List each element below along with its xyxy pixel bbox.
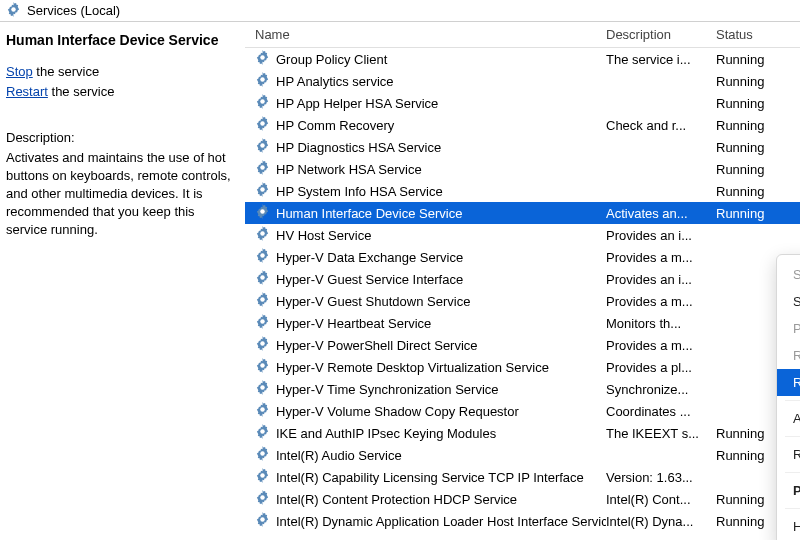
service-name-cell: Hyper-V Data Exchange Service (255, 248, 606, 266)
gear-icon (255, 94, 270, 112)
service-status: Running (716, 184, 796, 199)
gear-icon (255, 424, 270, 442)
table-row[interactable]: Hyper-V Guest Shutdown ServiceProvides a… (245, 290, 800, 312)
table-row[interactable]: Hyper-V Volume Shadow Copy RequestorCoor… (245, 400, 800, 422)
column-headers: Name Description Status (245, 22, 800, 48)
table-row[interactable]: Hyper-V Heartbeat ServiceMonitors th... (245, 312, 800, 334)
service-desc: The service i... (606, 52, 716, 67)
service-name-cell: Hyper-V PowerShell Direct Service (255, 336, 606, 354)
service-desc: Synchronize... (606, 382, 716, 397)
service-name-cell: Intel(R) Dynamic Application Loader Host… (255, 512, 606, 530)
service-name: HP Analytics service (276, 74, 394, 89)
table-row[interactable]: HV Host ServiceProvides an i... (245, 224, 800, 246)
table-row[interactable]: HP Comm RecoveryCheck and r...Running (245, 114, 800, 136)
table-row[interactable]: Intel(R) Content Protection HDCP Service… (245, 488, 800, 510)
menu-all-tasks[interactable]: All Tasks▶ (777, 405, 800, 432)
restart-link[interactable]: Restart (6, 84, 48, 99)
service-name: HP System Info HSA Service (276, 184, 443, 199)
table-row[interactable]: Group Policy ClientThe service i...Runni… (245, 48, 800, 70)
service-name-cell: Human Interface Device Service (255, 204, 606, 222)
col-description[interactable]: Description (606, 27, 716, 42)
service-status: Running (716, 96, 796, 111)
restart-tail: the service (48, 84, 114, 99)
gear-icon (255, 50, 270, 68)
service-status: Running (716, 140, 796, 155)
service-name-cell: HP Diagnostics HSA Service (255, 138, 606, 156)
table-row[interactable]: HP Network HSA ServiceRunning (245, 158, 800, 180)
col-name[interactable]: Name (255, 27, 606, 42)
gear-icon (255, 116, 270, 134)
gear-icon (255, 490, 270, 508)
table-row[interactable]: Hyper-V PowerShell Direct ServiceProvide… (245, 334, 800, 356)
table-row[interactable]: Human Interface Device ServiceActivates … (245, 202, 800, 224)
gear-icon (255, 226, 270, 244)
service-name-cell: HP Analytics service (255, 72, 606, 90)
gear-icon (255, 248, 270, 266)
gear-icon (255, 358, 270, 376)
description-label: Description: (6, 130, 235, 145)
service-name-cell: HP System Info HSA Service (255, 182, 606, 200)
service-name-cell: Hyper-V Guest Shutdown Service (255, 292, 606, 310)
table-row[interactable]: HP Diagnostics HSA ServiceRunning (245, 136, 800, 158)
stop-link[interactable]: Stop (6, 64, 33, 79)
service-name: HP Comm Recovery (276, 118, 394, 133)
table-row[interactable]: Intel(R) Audio ServiceRunning (245, 444, 800, 466)
service-name: Intel(R) Dynamic Application Loader Host… (276, 514, 606, 529)
menu-restart[interactable]: Restart (777, 369, 800, 396)
table-row[interactable]: IKE and AuthIP IPsec Keying ModulesThe I… (245, 422, 800, 444)
table-row[interactable]: HP Analytics serviceRunning (245, 70, 800, 92)
gear-icon (255, 160, 270, 178)
service-desc: Check and r... (606, 118, 716, 133)
table-row[interactable]: Intel(R) Capability Licensing Service TC… (245, 466, 800, 488)
service-name: IKE and AuthIP IPsec Keying Modules (276, 426, 496, 441)
menu-help[interactable]: Help (777, 513, 800, 540)
gear-icon (255, 468, 270, 486)
service-name: Hyper-V Guest Shutdown Service (276, 294, 470, 309)
col-status[interactable]: Status (716, 27, 796, 42)
context-menu: Start Stop Pause Resume Restart All Task… (776, 254, 800, 540)
titlebar: Services (Local) (0, 0, 800, 22)
gear-icon (6, 2, 21, 20)
table-row[interactable]: HP App Helper HSA ServiceRunning (245, 92, 800, 114)
service-name-cell: Hyper-V Time Synchronization Service (255, 380, 606, 398)
service-status: Running (716, 118, 796, 133)
service-name: Intel(R) Capability Licensing Service TC… (276, 470, 584, 485)
gear-icon (255, 138, 270, 156)
service-name: Human Interface Device Service (276, 206, 462, 221)
gear-icon (255, 204, 270, 222)
service-desc: Provides an i... (606, 228, 716, 243)
details-pane: Human Interface Device Service Stop the … (0, 22, 245, 540)
service-name-cell: Hyper-V Remote Desktop Virtualization Se… (255, 358, 606, 376)
service-name-cell: HP Comm Recovery (255, 116, 606, 134)
service-desc: The IKEEXT s... (606, 426, 716, 441)
service-name: HP App Helper HSA Service (276, 96, 438, 111)
table-row[interactable]: Hyper-V Remote Desktop Virtualization Se… (245, 356, 800, 378)
table-row[interactable]: Hyper-V Data Exchange ServiceProvides a … (245, 246, 800, 268)
table-row[interactable]: Hyper-V Time Synchronization ServiceSync… (245, 378, 800, 400)
gear-icon (255, 72, 270, 90)
gear-icon (255, 512, 270, 530)
service-list-pane: Name Description Status Group Policy Cli… (245, 22, 800, 540)
menu-stop[interactable]: Stop (777, 288, 800, 315)
service-desc: Monitors th... (606, 316, 716, 331)
menu-separator (785, 400, 800, 401)
table-row[interactable]: Hyper-V Guest Service InterfaceProvides … (245, 268, 800, 290)
service-desc: Provides a m... (606, 338, 716, 353)
menu-separator (785, 436, 800, 437)
service-name: Group Policy Client (276, 52, 387, 67)
service-name-cell: Intel(R) Content Protection HDCP Service (255, 490, 606, 508)
service-name: HP Diagnostics HSA Service (276, 140, 441, 155)
main-container: Human Interface Device Service Stop the … (0, 22, 800, 540)
table-row[interactable]: Intel(R) Dynamic Application Loader Host… (245, 510, 800, 532)
service-desc: Provides a m... (606, 250, 716, 265)
menu-start: Start (777, 261, 800, 288)
service-desc: Provides an i... (606, 272, 716, 287)
service-desc: Intel(R) Dyna... (606, 514, 716, 529)
gear-icon (255, 446, 270, 464)
table-row[interactable]: HP System Info HSA ServiceRunning (245, 180, 800, 202)
menu-refresh[interactable]: Refresh (777, 441, 800, 468)
gear-icon (255, 380, 270, 398)
service-name: Hyper-V Volume Shadow Copy Requestor (276, 404, 519, 419)
menu-properties[interactable]: Properties (777, 477, 800, 504)
gear-icon (255, 314, 270, 332)
